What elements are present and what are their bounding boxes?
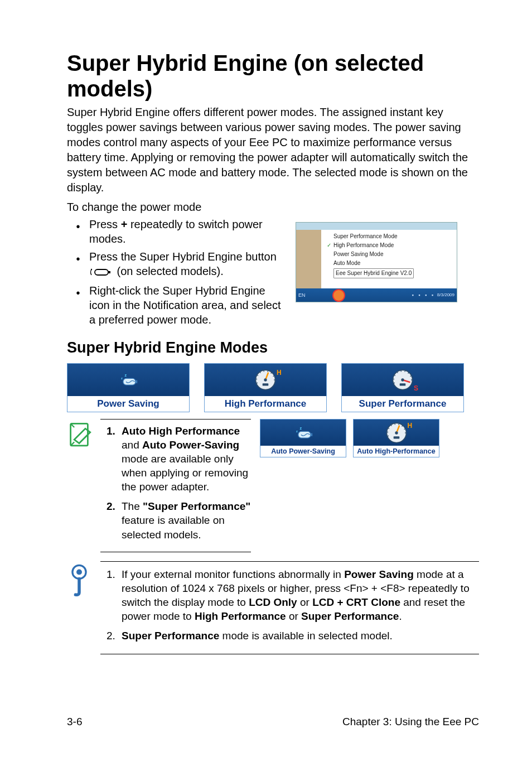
note-item: If your external monitor functions abnor… <box>118 567 479 623</box>
she-tray-icon <box>332 289 345 302</box>
svg-rect-6 <box>136 380 137 383</box>
mode-cards-row: zzPower SavingHHigh PerformanceSSuper Pe… <box>67 363 479 412</box>
svg-text:z: z <box>125 373 127 378</box>
svg-point-49 <box>76 569 82 575</box>
note-icon <box>67 419 91 450</box>
note-1: Auto High Performance and Auto Power-Sav… <box>67 419 251 552</box>
bullet-dot: • <box>67 283 89 300</box>
menu-item: High Performance Mode <box>325 241 453 250</box>
auto-mode-cards: zzAuto Power-SavingHAuto High-Performanc… <box>260 419 439 457</box>
mode-label: Auto High-Performance <box>353 446 439 457</box>
mode-label: Super Performance <box>341 396 464 412</box>
change-mode-heading: To change the power mode <box>67 201 479 214</box>
bullet-text: Press the Super Hybrid Engine button (on… <box>89 249 286 280</box>
auto-mode-card: zzAuto Power-Saving <box>260 419 346 457</box>
language-indicator: EN <box>298 292 306 298</box>
note-item: The "Super Performance" feature is avail… <box>118 499 251 541</box>
note-item: Auto High Performance and Auto Power-Sav… <box>118 424 251 494</box>
bullet-dot: • <box>67 249 89 266</box>
page-title: Super Hybrid Engine (on selected models) <box>67 50 479 102</box>
tip-icon <box>67 561 91 600</box>
auto-mode-card: HAuto High-Performance <box>353 419 439 457</box>
svg-line-37 <box>387 436 388 436</box>
svg-rect-18 <box>263 383 269 385</box>
modes-heading: Super Hybrid Engine Modes <box>67 339 479 356</box>
svg-rect-5 <box>123 378 136 385</box>
bullet-dot: • <box>67 217 89 234</box>
bullet-text: Press + repeatedly to switch power modes… <box>89 217 286 246</box>
page-number: 3-6 <box>67 716 82 728</box>
mode-card: SSuper Performance <box>341 363 464 412</box>
mode-icon: S <box>341 363 464 396</box>
tray-date: 8/3/2009 <box>437 293 454 297</box>
svg-point-46 <box>395 431 398 434</box>
menu-item: Super Performance Mode <box>325 232 453 241</box>
bullet-text: Right-click the Super Hybrid Engine icon… <box>89 283 286 327</box>
svg-line-20 <box>393 383 394 383</box>
svg-rect-30 <box>400 383 406 385</box>
page-footer: 3-6 Chapter 3: Using the Eee PC <box>67 716 479 728</box>
tray-icons: ▪ ▪ ▪ ▪ <box>412 292 435 298</box>
svg-rect-1 <box>95 269 108 275</box>
svg-line-8 <box>256 383 257 383</box>
menu-item: Power Saving Mode <box>325 250 453 259</box>
mode-label: Auto Power-Saving <box>260 446 346 457</box>
mode-icon: H <box>204 363 327 396</box>
mode-label: High Performance <box>204 396 327 412</box>
svg-rect-35 <box>311 433 312 436</box>
note-2: If your external monitor functions abnor… <box>67 561 479 654</box>
svg-rect-34 <box>298 431 310 438</box>
change-mode-list: •Press + repeatedly to switch power mode… <box>67 217 286 327</box>
svg-rect-2 <box>108 271 110 273</box>
mode-card: HHigh Performance <box>204 363 327 412</box>
context-menu-screenshot: Super Performance ModeHigh Performance M… <box>296 222 457 302</box>
intro-paragraph: Super Hybrid Engine offers different pow… <box>67 105 479 195</box>
svg-line-25 <box>405 370 405 372</box>
chapter-label: Chapter 3: Using the Eee PC <box>342 716 479 728</box>
note-item: Super Performance mode is available in s… <box>118 629 479 643</box>
mode-label: Power Saving <box>67 396 190 412</box>
mode-icon: zz <box>260 419 346 446</box>
mode-icon: zz <box>67 363 190 396</box>
svg-line-42 <box>398 423 399 425</box>
svg-point-0 <box>91 269 92 270</box>
mode-card: zzPower Saving <box>67 363 190 412</box>
svg-rect-47 <box>393 436 399 438</box>
svg-text:z: z <box>121 377 123 380</box>
svg-text:z: z <box>299 426 302 430</box>
svg-point-17 <box>264 378 267 381</box>
menu-title-boxed: Eee Super Hybrid Engine V2.0 <box>333 268 414 278</box>
svg-text:z: z <box>296 429 298 432</box>
mode-icon: H <box>353 419 439 446</box>
svg-point-29 <box>401 378 404 381</box>
menu-item: Auto Mode <box>325 259 453 268</box>
svg-line-13 <box>268 370 268 372</box>
